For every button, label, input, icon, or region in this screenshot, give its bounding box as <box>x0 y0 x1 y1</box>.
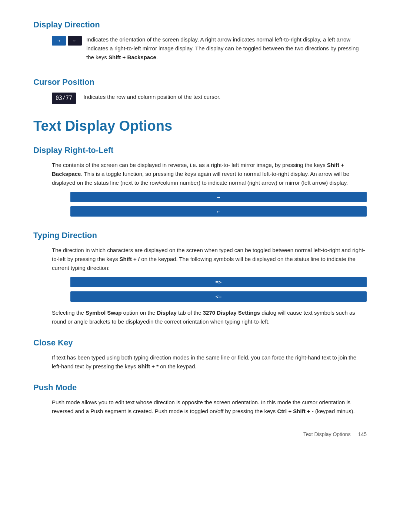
close-key-section: Close Key If text has been typed using b… <box>33 337 367 371</box>
typing-direction-heading: Typing Direction <box>33 229 367 241</box>
typing-right-symbol: => <box>70 277 367 287</box>
cursor-position-section: Cursor Position 03/77 Indicates the row … <box>33 76 367 105</box>
display-rtl-arrows: → ← <box>70 192 367 219</box>
rtl-right-arrow-icon: → <box>70 192 367 202</box>
text-display-options-heading: Text Display Options <box>33 116 367 137</box>
display-rtl-section: Display Right-to-Left The contents of th… <box>33 144 367 219</box>
push-mode-section: Push Mode Push mode allows you to edit t… <box>33 381 367 416</box>
typing-direction-section: Typing Direction The direction in which … <box>33 229 367 326</box>
display-rtl-heading: Display Right-to-Left <box>33 144 367 156</box>
cursor-position-content: 03/77 Indicates the row and column posit… <box>52 93 367 105</box>
footer-label: Text Display Options <box>303 431 351 438</box>
typing-left-symbol: <= <box>70 291 367 302</box>
typing-direction-symbols: => <= <box>70 277 367 304</box>
rtl-left-arrow-icon: ← <box>70 206 367 217</box>
left-arrow-icon: ← <box>68 36 82 46</box>
cursor-value-box: 03/77 <box>52 93 76 104</box>
push-mode-heading: Push Mode <box>33 381 367 394</box>
close-key-heading: Close Key <box>33 337 367 349</box>
cursor-position-heading: Cursor Position <box>33 76 367 88</box>
typing-direction-desc: The direction in which characters are di… <box>52 246 367 272</box>
display-direction-heading: Display Direction <box>33 19 367 31</box>
display-direction-section: Display Direction → ← Indicates the orie… <box>33 19 367 66</box>
push-mode-desc: Push mode allows you to edit text whose … <box>52 398 367 416</box>
page-footer: Text Display Options 145 <box>33 431 367 438</box>
display-direction-desc: Indicates the orientation of the screen … <box>86 35 367 62</box>
close-key-desc: If text has been typed using both typing… <box>52 353 367 371</box>
cursor-position-desc: Indicates the row and column position of… <box>83 93 220 101</box>
display-direction-content: → ← Indicates the orientation of the scr… <box>52 35 367 66</box>
right-arrow-icon: → <box>52 36 66 46</box>
display-rtl-desc: The contents of the screen can be displa… <box>52 161 367 187</box>
typing-direction-symbol-swap: Selecting the Symbol Swap option on the … <box>52 308 367 326</box>
page-number: 145 <box>358 431 367 438</box>
